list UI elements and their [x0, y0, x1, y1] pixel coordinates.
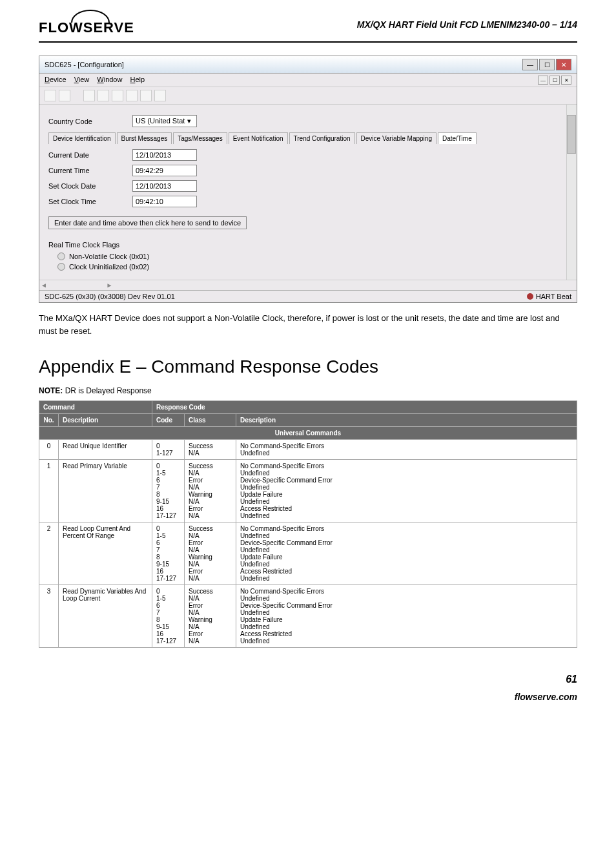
menu-device[interactable]: Device — [45, 76, 67, 85]
status-left: SDC-625 (0x30) (0x3008) Dev Rev 01.01 — [45, 293, 175, 300]
flowserve-logo: FLOWSERVE — [39, 19, 134, 36]
cell-resp-desc: No Command-Specific Errors Undefined Dev… — [236, 460, 577, 522]
cell-cmd-desc: Read Loop Current And Percent Of Range — [59, 522, 152, 585]
table-row: 0Read Unique Identifier0 1-127Success N/… — [39, 440, 577, 460]
minimize-button[interactable]: — — [522, 59, 538, 70]
cell-codes: 0 1-127 — [152, 440, 185, 460]
cell-no: 2 — [39, 522, 59, 585]
cell-classes: Success N/A — [185, 440, 236, 460]
toolbar-icon-7[interactable] — [140, 90, 152, 101]
cell-codes: 0 1-5 6 7 8 9-15 16 17-127 — [152, 460, 185, 522]
toolbar-icon-6[interactable] — [126, 90, 138, 101]
note-line: NOTE: DR is Delayed Response — [39, 386, 577, 395]
cell-classes: Success N/A Error N/A Warning N/A Error … — [185, 522, 236, 585]
window-titlebar: SDC625 - [Configuration] — ☐ ✕ — [39, 56, 577, 74]
cell-no: 1 — [39, 460, 59, 522]
config-window: SDC625 - [Configuration] — ☐ ✕ Device Vi… — [39, 56, 577, 303]
th-resp-desc: Description — [236, 414, 577, 427]
menu-help[interactable]: Help — [130, 76, 145, 85]
cell-classes: Success N/A Error N/A Warning N/A Error … — [185, 460, 236, 522]
mdi-restore[interactable]: ☐ — [549, 76, 560, 85]
toolbar-icon-2[interactable] — [59, 90, 70, 101]
mdi-minimize[interactable]: — — [538, 76, 548, 85]
response-codes-table: Command Response Code No. Description Co… — [39, 400, 577, 648]
toolbar-icon-1[interactable] — [45, 90, 56, 101]
tab-burst-messages[interactable]: Burst Messages — [117, 132, 172, 144]
cell-resp-desc: No Command-Specific Errors Undefined Dev… — [236, 522, 577, 585]
th-command: Command — [39, 401, 152, 414]
note-text: DR is Delayed Response — [63, 386, 151, 395]
mdi-controls: — ☐ ✕ — [538, 76, 571, 85]
maximize-button[interactable]: ☐ — [539, 59, 555, 70]
appendix-title: Appendix E – Command Response Codes — [39, 357, 577, 377]
status-bar: SDC-625 (0x30) (0x3008) Dev Rev 01.01 HA… — [39, 290, 577, 302]
set-clock-time-label: Set Clock Time — [48, 198, 119, 205]
mdi-close[interactable]: ✕ — [561, 76, 571, 85]
set-clock-date-label: Set Clock Date — [48, 182, 119, 190]
cell-cmd-desc: Read Unique Identifier — [59, 440, 152, 460]
set-clock-date-input[interactable]: 12/10/2013 — [132, 180, 197, 192]
hart-beat-icon — [527, 293, 533, 300]
document-title: MX/QX HART Field Unit FCD LMENIM2340-00 … — [357, 19, 577, 30]
th-code: Code — [152, 414, 185, 427]
th-cmd-desc: Description — [59, 414, 152, 427]
menu-window[interactable]: Window — [97, 76, 122, 85]
close-button[interactable]: ✕ — [556, 59, 571, 70]
cell-cmd-desc: Read Dynamic Variables And Loop Current — [59, 585, 152, 648]
window-controls: — ☐ ✕ — [522, 59, 571, 70]
toolbar-icon-4[interactable] — [98, 90, 109, 101]
cell-resp-desc: No Command-Specific Errors Undefined Dev… — [236, 585, 577, 648]
cell-resp-desc: No Command-Specific Errors Undefined — [236, 440, 577, 460]
cell-cmd-desc: Read Primary Variable — [59, 460, 152, 522]
current-time-input[interactable]: 09:42:29 — [132, 165, 197, 176]
cell-classes: Success N/A Error N/A Warning N/A Error … — [185, 585, 236, 648]
page-number: 61 — [39, 674, 577, 685]
current-time-label: Current Time — [48, 167, 119, 174]
country-code-label: Country Code — [48, 118, 119, 125]
content-area: Country Code US (United Stat Device Iden… — [39, 105, 577, 280]
table-row: 2Read Loop Current And Percent Of Range0… — [39, 522, 577, 585]
flag-non-volatile-clock: Non-Volatile Clock (0x01) — [57, 253, 568, 260]
footer-url: flowserve.com — [39, 692, 577, 702]
cell-codes: 0 1-5 6 7 8 9-15 16 17-127 — [152, 522, 185, 585]
logo-arc-icon — [71, 10, 110, 23]
toolbar-icon-8[interactable] — [154, 90, 166, 101]
flags-heading: Real Time Clock Flags — [48, 241, 568, 249]
th-class: Class — [185, 414, 236, 427]
caption-text: The MXa/QX HART Device does not support … — [39, 312, 577, 337]
vertical-scrollbar[interactable] — [566, 105, 577, 280]
table-row: 3Read Dynamic Variables And Loop Current… — [39, 585, 577, 648]
menu-view[interactable]: View — [74, 76, 90, 85]
status-right-text: HART Beat — [536, 293, 571, 300]
cell-no: 0 — [39, 440, 59, 460]
note-label: NOTE: — [39, 386, 63, 395]
tab-device-variable-mapping[interactable]: Device Variable Mapping — [356, 132, 436, 144]
current-date-label: Current Date — [48, 151, 119, 159]
flag1-label: Non-Volatile Clock (0x01) — [69, 253, 149, 260]
toolbar-icon-3[interactable] — [83, 90, 95, 101]
country-code-dropdown[interactable]: US (United Stat — [132, 115, 197, 127]
send-to-device-button[interactable]: Enter date and time above then click her… — [48, 216, 247, 229]
th-response: Response Code — [152, 401, 577, 414]
tab-device-identification[interactable]: Device Identification — [48, 132, 116, 144]
set-clock-time-input[interactable]: 09:42:10 — [132, 196, 197, 207]
cell-codes: 0 1-5 6 7 8 9-15 16 17-127 — [152, 585, 185, 648]
tab-trend-configuration[interactable]: Trend Configuration — [289, 132, 355, 144]
current-date-input[interactable]: 12/10/2013 — [132, 149, 197, 161]
th-no: No. — [39, 414, 59, 427]
horizontal-scroll-area[interactable]: ◄ ► — [39, 280, 577, 290]
radio-icon — [57, 263, 65, 271]
toolbar — [39, 87, 577, 105]
tab-date-time[interactable]: Date/Time — [438, 132, 477, 144]
tab-event-notification[interactable]: Event Notification — [229, 132, 288, 144]
table-row: 1Read Primary Variable0 1-5 6 7 8 9-15 1… — [39, 460, 577, 522]
page-header: FLOWSERVE MX/QX HART Field Unit FCD LMEN… — [39, 19, 577, 43]
cell-no: 3 — [39, 585, 59, 648]
toolbar-icon-5[interactable] — [112, 90, 123, 101]
flag-clock-uninitialized: Clock Uninitialized (0x02) — [57, 263, 568, 271]
window-title: SDC625 - [Configuration] — [45, 61, 124, 68]
radio-icon — [57, 253, 65, 260]
flag2-label: Clock Uninitialized (0x02) — [69, 263, 149, 271]
section-universal: Universal Commands — [39, 427, 577, 440]
tab-tags-messages[interactable]: Tags/Messages — [173, 132, 227, 144]
